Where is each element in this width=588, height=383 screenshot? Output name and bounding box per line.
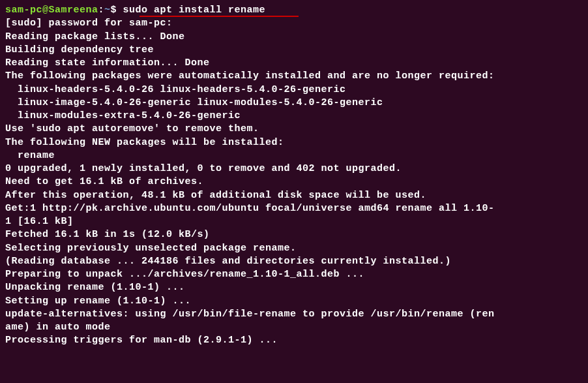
- prompt-separator: :: [98, 5, 105, 16]
- terminal-output-line: Preparing to unpack .../archives/rename_…: [5, 268, 583, 281]
- prompt-symbol: $: [111, 5, 123, 16]
- terminal-output-line: linux-image-5.4.0-26-generic linux-modul…: [5, 97, 583, 110]
- terminal-output-line: After this operation, 48.1 kB of additio…: [5, 189, 583, 202]
- terminal-output-line: Use 'sudo apt autoremove' to remove them…: [5, 123, 583, 136]
- terminal-output-line: linux-modules-extra-5.4.0-26-generic: [5, 110, 583, 123]
- terminal-output-line: 1 [16.1 kB]: [5, 215, 583, 228]
- terminal-output-line: linux-headers-5.4.0-26 linux-headers-5.4…: [5, 84, 583, 97]
- terminal-output-line: rename: [5, 149, 583, 162]
- prompt-user-host: sam-pc@Samreena: [5, 5, 98, 16]
- terminal-output-line: Setting up rename (1.10-1) ...: [5, 295, 583, 308]
- command-input: sudo apt install rename: [123, 5, 266, 16]
- terminal-output-line: Processing triggers for man-db (2.9.1-1)…: [5, 334, 583, 347]
- terminal-output-line: [sudo] password for sam-pc:: [5, 17, 583, 30]
- terminal-output-line: Need to get 16.1 kB of archives.: [5, 176, 583, 189]
- terminal-output-line: Selecting previously unselected package …: [5, 242, 583, 255]
- prompt-path: ~: [104, 5, 111, 16]
- terminal-output-line: The following NEW packages will be insta…: [5, 136, 583, 149]
- terminal-output-line: Fetched 16.1 kB in 1s (12.0 kB/s): [5, 228, 583, 241]
- terminal-prompt-line[interactable]: sam-pc@Samreena:~$ sudo apt install rena…: [5, 4, 583, 17]
- terminal-output-line: Reading state information... Done: [5, 57, 583, 70]
- terminal-output-line: Reading package lists... Done: [5, 31, 583, 44]
- terminal-output-line: (Reading database ... 244186 files and d…: [5, 255, 583, 268]
- terminal-output-line: Get:1 http://pk.archive.ubuntu.com/ubunt…: [5, 202, 583, 215]
- terminal-output-line: update-alternatives: using /usr/bin/file…: [5, 308, 583, 321]
- terminal-output-line: ame) in auto mode: [5, 321, 583, 334]
- command-highlight-underline: [140, 16, 299, 17]
- terminal-output-line: 0 upgraded, 1 newly installed, 0 to remo…: [5, 162, 583, 176]
- terminal-output-line: Unpacking rename (1.10-1) ...: [5, 281, 583, 294]
- terminal-output-line: Building dependency tree: [5, 44, 583, 57]
- terminal-output-line: The following packages were automaticall…: [5, 70, 583, 83]
